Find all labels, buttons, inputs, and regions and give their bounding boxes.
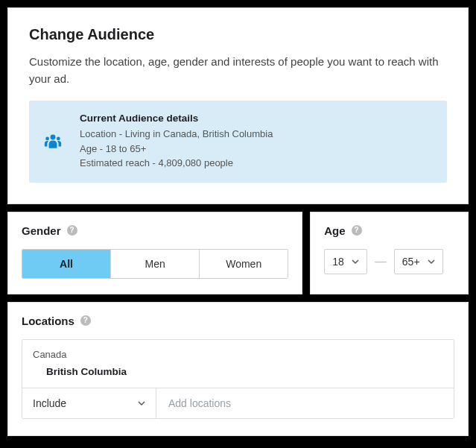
help-icon[interactable]: ?	[80, 315, 91, 326]
audience-details-reach: Estimated reach - 4,809,080 people	[80, 156, 273, 171]
age-max-value: 65+	[402, 256, 420, 268]
locations-list: Canada British Columbia	[22, 340, 454, 388]
location-include-label: Include	[33, 397, 66, 409]
gender-option-women[interactable]: Women	[199, 250, 288, 278]
page-title: Change Audience	[29, 26, 447, 43]
location-region: British Columbia	[46, 366, 443, 377]
location-include-select[interactable]: Include	[22, 388, 156, 418]
audience-details-age: Age - 18 to 65+	[80, 142, 273, 157]
locations-box: Canada British Columbia Include	[22, 339, 454, 419]
audience-details-title: Current Audience details	[80, 113, 273, 124]
svg-point-1	[45, 136, 49, 140]
svg-point-2	[57, 136, 60, 140]
locations-panel: Locations ? Canada British Columbia Incl…	[7, 302, 469, 436]
locations-panel-header: Locations ?	[22, 315, 454, 327]
age-panel-header: Age ?	[324, 224, 454, 237]
audience-details-location: Location - Living in Canada, British Col…	[80, 127, 273, 142]
chevron-down-icon	[138, 400, 145, 407]
location-country: Canada	[33, 349, 443, 360]
age-max-select[interactable]: 65+	[394, 249, 443, 274]
age-range-separator: —	[375, 255, 387, 268]
help-icon[interactable]: ?	[352, 225, 362, 236]
chevron-down-icon	[428, 258, 435, 265]
audience-icon	[42, 132, 63, 151]
location-input[interactable]	[156, 388, 454, 418]
age-panel: Age ? 18 — 65+	[310, 212, 469, 294]
age-min-select[interactable]: 18	[324, 249, 367, 274]
help-icon[interactable]: ?	[67, 225, 77, 236]
page-subtitle: Customize the location, age, gender and …	[29, 54, 447, 87]
gender-panel: Gender ? All Men Women	[7, 212, 302, 294]
gender-label: Gender	[22, 224, 61, 237]
chevron-down-icon	[352, 258, 359, 265]
age-label: Age	[324, 224, 345, 237]
age-range-row: 18 — 65+	[324, 249, 454, 274]
age-min-value: 18	[332, 256, 344, 268]
audience-details-content: Current Audience details Location - Livi…	[80, 113, 273, 171]
change-audience-card: Change Audience Customize the location, …	[7, 7, 469, 204]
gender-panel-header: Gender ?	[22, 224, 288, 237]
locations-input-row: Include	[22, 388, 454, 418]
audience-details-box: Current Audience details Location - Livi…	[29, 101, 447, 183]
gender-segmented-control: All Men Women	[22, 249, 288, 279]
gender-option-men[interactable]: Men	[110, 250, 199, 278]
svg-point-0	[51, 134, 56, 139]
gender-option-all[interactable]: All	[22, 250, 110, 278]
locations-label: Locations	[22, 315, 74, 327]
